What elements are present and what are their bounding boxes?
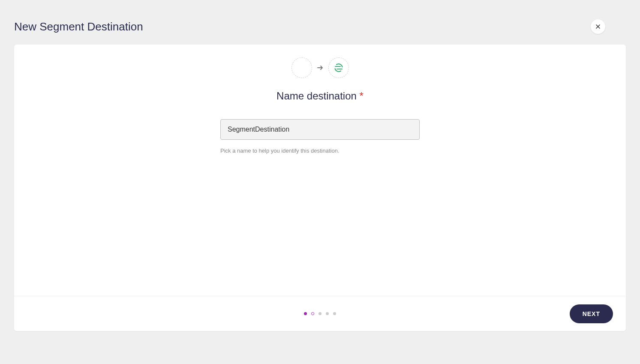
step-dot-5 <box>333 312 336 315</box>
step-dot-2 <box>311 312 314 315</box>
step-dot-3 <box>318 312 322 315</box>
next-button[interactable]: NEXT <box>570 304 613 323</box>
form-label-text: Name destination <box>276 90 357 102</box>
flow-icon-row <box>291 57 349 78</box>
card-footer: NEXT <box>14 296 626 331</box>
close-button[interactable] <box>591 19 605 34</box>
card-body: Name destination * Pick a name to help y… <box>14 45 626 296</box>
destination-name-input[interactable] <box>220 119 420 140</box>
page-header: New Segment Destination <box>0 0 640 45</box>
close-icon <box>595 23 601 30</box>
form-label: Name destination * <box>276 90 364 102</box>
required-indicator: * <box>360 90 364 102</box>
source-placeholder-icon <box>291 57 312 78</box>
arrow-right-icon <box>317 64 323 72</box>
page-title: New Segment Destination <box>14 20 143 33</box>
segment-destination-icon <box>328 57 349 78</box>
step-indicator <box>304 312 336 315</box>
helper-text: Pick a name to help you identify this de… <box>220 147 420 154</box>
step-dot-1 <box>304 312 307 315</box>
wizard-card: Name destination * Pick a name to help y… <box>14 45 626 331</box>
step-dot-4 <box>326 312 329 315</box>
